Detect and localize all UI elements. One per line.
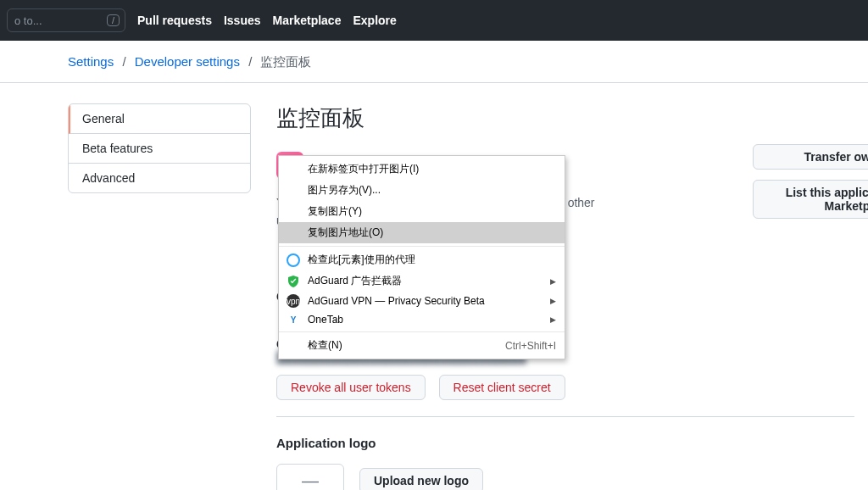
nav-marketplace[interactable]: Marketplace bbox=[273, 14, 342, 27]
side-nav: General Beta features Advanced bbox=[68, 103, 251, 193]
breadcrumb-separator: / bbox=[248, 54, 252, 69]
top-nav: o to... / Pull requests Issues Marketpla… bbox=[0, 0, 868, 41]
sidenav-item-advanced[interactable]: Advanced bbox=[69, 164, 250, 192]
ctx-label: AdGuard 广告拦截器 bbox=[308, 274, 402, 288]
ctx-adguard-vpn[interactable]: vpn AdGuard VPN — Privacy Security Beta … bbox=[279, 292, 565, 310]
ctx-label: AdGuard VPN — Privacy Security Beta bbox=[308, 295, 485, 307]
upload-logo-button[interactable]: Upload new logo bbox=[359, 468, 483, 490]
sidenav-item-beta-features[interactable]: Beta features bbox=[69, 134, 250, 164]
transfer-ownership-button[interactable]: Transfer ownership bbox=[753, 144, 868, 170]
shield-icon bbox=[287, 275, 300, 288]
ctx-separator bbox=[279, 331, 565, 332]
ctx-open-image-new-tab[interactable]: 在新标签页中打开图片(I) bbox=[279, 159, 565, 180]
ctx-label: OneTab bbox=[308, 314, 343, 326]
chevron-right-icon: ▶ bbox=[550, 297, 556, 305]
ring-icon bbox=[287, 253, 300, 267]
context-menu: 在新标签页中打开图片(I) 图片另存为(V)... 复制图片(Y) 复制图片地址… bbox=[278, 155, 565, 359]
reset-secret-button[interactable]: Reset client secret bbox=[439, 375, 565, 400]
search-placeholder: o to... bbox=[14, 14, 42, 27]
ctx-save-image-as[interactable]: 图片另存为(V)... bbox=[279, 180, 565, 201]
nav-pull-requests[interactable]: Pull requests bbox=[137, 14, 212, 27]
ctx-copy-image[interactable]: 复制图片(Y) bbox=[279, 201, 565, 222]
ctx-label: 检查此[元素]使用的代理 bbox=[308, 253, 415, 267]
chevron-right-icon: ▶ bbox=[550, 277, 556, 286]
vpn-icon: vpn bbox=[287, 294, 300, 308]
ctx-shortcut: Ctrl+Shift+I bbox=[505, 340, 556, 352]
ctx-inspect[interactable]: 检查(N) Ctrl+Shift+I bbox=[279, 335, 565, 356]
nav-explore[interactable]: Explore bbox=[353, 14, 396, 27]
page-title: 监控面板 bbox=[276, 103, 854, 133]
list-marketplace-button[interactable]: List this application in the Marketplace bbox=[753, 180, 868, 219]
revoke-tokens-button[interactable]: Revoke all user tokens bbox=[276, 375, 426, 400]
breadcrumb-separator: / bbox=[122, 54, 125, 69]
ctx-onetab[interactable]: Y OneTab ▶ bbox=[279, 310, 565, 329]
app-desc-right: other bbox=[568, 196, 595, 209]
sidenav-item-general[interactable]: General bbox=[69, 104, 250, 134]
onetab-icon: Y bbox=[287, 313, 300, 326]
slash-key-icon: / bbox=[107, 14, 120, 26]
ctx-label: 检查(N) bbox=[308, 338, 342, 353]
ctx-separator bbox=[279, 246, 565, 247]
breadcrumb-current: 监控面板 bbox=[260, 54, 311, 69]
ctx-proxy-check[interactable]: 检查此[元素]使用的代理 bbox=[279, 249, 565, 270]
breadcrumb-settings[interactable]: Settings bbox=[68, 54, 114, 69]
app-logo-heading: Application logo bbox=[276, 436, 854, 450]
ctx-adguard[interactable]: AdGuard 广告拦截器 ▶ bbox=[279, 270, 565, 292]
breadcrumb: Settings / Developer settings / 监控面板 bbox=[0, 41, 868, 83]
app-logo-thumb[interactable]: — bbox=[276, 464, 344, 490]
ctx-copy-image-address[interactable]: 复制图片地址(O) bbox=[279, 222, 565, 243]
breadcrumb-developer-settings[interactable]: Developer settings bbox=[135, 54, 240, 69]
chevron-right-icon: ▶ bbox=[550, 315, 556, 324]
nav-issues[interactable]: Issues bbox=[224, 14, 261, 27]
search-input[interactable]: o to... / bbox=[7, 8, 125, 32]
